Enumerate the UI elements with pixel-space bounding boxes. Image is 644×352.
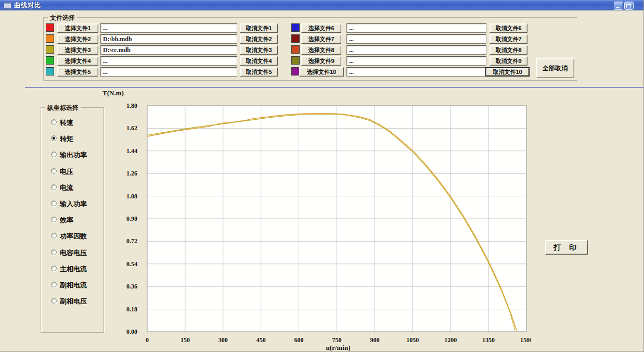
y-axis-option-label: 电容电压 <box>60 248 87 258</box>
x-tick-label: 1350 <box>482 336 495 344</box>
y-axis-option-label: 效率 <box>60 216 73 225</box>
radio-button-icon[interactable] <box>51 119 57 125</box>
cancel-file-button[interactable]: 取消文件7 <box>490 34 527 44</box>
x-tick-label: 900 <box>370 336 379 344</box>
file-path-input[interactable] <box>346 34 486 44</box>
y-axis-option[interactable]: 输出功率 <box>41 150 104 158</box>
separator-line <box>25 87 644 88</box>
y-tick-label: 0.36 <box>126 283 137 290</box>
file-row: 选择文件6 取消文件6 <box>0 23 644 33</box>
radio-button-icon[interactable] <box>51 233 57 238</box>
y-tick-label: 0.72 <box>126 237 137 245</box>
x-tick-label: 1500 <box>520 336 531 344</box>
x-tick-label: 600 <box>294 336 304 344</box>
radio-button-icon[interactable] <box>51 152 57 157</box>
file-color-swatch <box>291 34 300 43</box>
radio-button-icon[interactable] <box>51 249 57 255</box>
x-tick-label: 450 <box>256 336 266 344</box>
chart-area: T(N.m) 1.801.621.441.261.080.900.720.540… <box>120 89 531 352</box>
y-axis-selection-group-title: 纵坐标选择 <box>45 104 81 112</box>
select-file-button[interactable]: 选择文件9 <box>301 56 341 66</box>
y-axis-option[interactable]: 转速 <box>41 118 104 126</box>
radio-button-icon[interactable] <box>51 217 57 222</box>
y-axis-option-label: 主相电流 <box>60 265 87 274</box>
y-tick-label: 1.08 <box>126 193 137 200</box>
y-tick-label: 1.62 <box>126 124 137 132</box>
y-axis-option-label: 输入功率 <box>60 199 87 209</box>
file-selection-group-title: 文件选择 <box>48 14 77 22</box>
y-axis-selection-group: 纵坐标选择 转速 转矩 输出功率 电压 电流 输入功率 效率 功率因数 电容电压 <box>41 107 104 333</box>
y-axis-option[interactable]: 转矩 <box>41 134 104 142</box>
title-bar: 曲线对比 <box>0 0 644 10</box>
file-path-input[interactable] <box>346 56 486 66</box>
file-color-swatch <box>291 56 300 65</box>
y-tick-label: 0.00 <box>126 328 137 335</box>
radio-button-icon[interactable] <box>51 266 57 271</box>
cancel-all-button[interactable]: 全部取消 <box>536 58 574 78</box>
select-file-button[interactable]: 选择文件10 <box>299 67 344 77</box>
x-tick-label: 750 <box>332 336 342 344</box>
file-row: 选择文件8 取消文件8 <box>0 45 644 55</box>
select-file-button[interactable]: 选择文件8 <box>301 45 341 55</box>
window-title: 曲线对比 <box>14 1 41 10</box>
y-tick-label: 0.90 <box>126 215 137 222</box>
cancel-file-button[interactable]: 取消文件6 <box>490 23 527 33</box>
y-axis-option-label: 功率因数 <box>60 232 87 241</box>
y-axis-option-label: 电压 <box>60 167 73 177</box>
maximize-button[interactable] <box>624 2 634 10</box>
radio-button-icon[interactable] <box>51 184 57 190</box>
y-axis-option[interactable]: 副相电流 <box>41 281 104 288</box>
x-tick-label: 1200 <box>444 336 457 344</box>
radio-button-icon[interactable] <box>51 135 57 141</box>
y-axis-option-label: 转速 <box>60 118 73 128</box>
file-color-swatch <box>291 67 300 76</box>
y-axis-option[interactable]: 副相电压 <box>41 297 104 305</box>
y-axis-option-label: 副相电压 <box>60 297 87 306</box>
y-axis-option-label: 电流 <box>60 183 73 193</box>
cancel-file-button[interactable]: 取消文件9 <box>490 56 527 66</box>
y-tick-label: 1.80 <box>126 102 137 109</box>
y-axis-option[interactable]: 电流 <box>41 183 104 191</box>
app-window: 曲线对比 文件选择 选择文件1 取消文件1 选择文件2 取消文件2 选择文件3 … <box>0 0 644 352</box>
file-color-swatch <box>291 45 300 54</box>
cancel-file-button[interactable]: 取消文件10 <box>485 67 530 77</box>
y-axis-option[interactable]: 效率 <box>41 216 104 223</box>
select-file-button[interactable]: 选择文件7 <box>301 34 341 44</box>
y-axis-option[interactable]: 电压 <box>41 167 104 175</box>
x-tick-label: 300 <box>218 336 228 344</box>
file-color-swatch <box>291 23 300 32</box>
file-row: 选择文件7 取消文件7 <box>0 34 644 44</box>
x-tick-label: 150 <box>181 336 190 344</box>
app-icon <box>4 2 11 9</box>
x-tick-label: 1050 <box>406 336 419 344</box>
y-axis-option[interactable]: 主相电流 <box>41 265 104 272</box>
y-axis-title: T(N.m) <box>102 89 134 97</box>
radio-button-icon[interactable] <box>51 282 57 287</box>
select-file-button[interactable]: 选择文件6 <box>301 23 341 33</box>
y-axis-option-label: 转矩 <box>60 134 73 144</box>
y-tick-label: 0.18 <box>126 306 137 313</box>
y-tick-label: 0.54 <box>126 260 137 268</box>
comparison-chart: 1.801.621.441.261.080.900.720.540.360.18… <box>120 89 531 352</box>
file-path-input[interactable] <box>346 67 486 77</box>
file-path-input[interactable] <box>346 23 486 33</box>
radio-button-icon[interactable] <box>51 298 57 304</box>
x-tick-label: 0 <box>146 336 149 344</box>
y-tick-label: 1.26 <box>126 170 137 177</box>
cancel-file-button[interactable]: 取消文件8 <box>490 45 527 55</box>
radio-button-icon[interactable] <box>51 168 57 174</box>
minimize-button[interactable] <box>614 2 623 10</box>
y-axis-option-label: 输出功率 <box>60 150 87 160</box>
y-tick-label: 1.44 <box>126 147 137 155</box>
y-axis-option[interactable]: 功率因数 <box>41 232 104 240</box>
y-axis-option-label: 副相电流 <box>60 281 87 290</box>
y-axis-option[interactable]: 输入功率 <box>41 199 104 207</box>
radio-button-icon[interactable] <box>51 200 57 206</box>
file-path-input[interactable] <box>346 45 486 55</box>
x-axis-title: n(r/min) <box>315 344 362 352</box>
print-button[interactable]: 打 印 <box>545 240 588 255</box>
y-axis-option[interactable]: 电容电压 <box>41 248 104 256</box>
